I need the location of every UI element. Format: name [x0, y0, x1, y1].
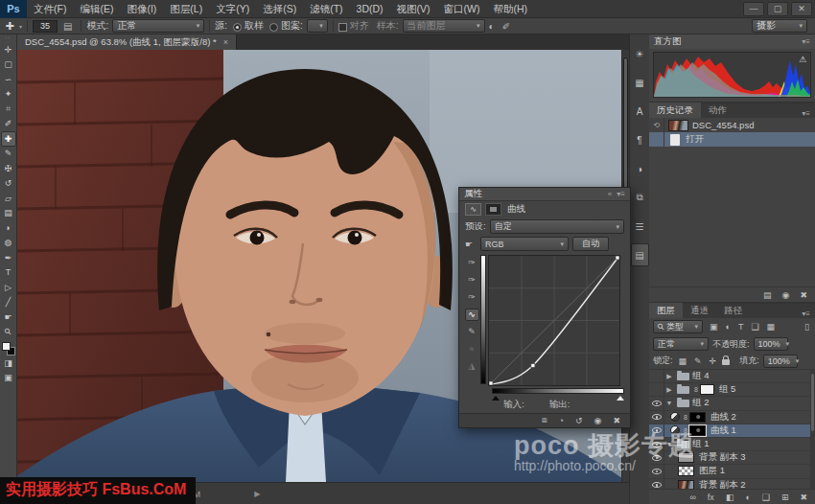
- toggle-brush-panel-icon[interactable]: ▤: [59, 21, 76, 32]
- tab-layers[interactable]: 图层: [649, 303, 683, 318]
- menu-item-5[interactable]: 选择(S): [256, 0, 303, 18]
- menu-item-4[interactable]: 文字(Y): [209, 0, 256, 18]
- tool-preset-arrow-icon[interactable]: ▾: [19, 23, 22, 30]
- tab-close-icon[interactable]: ×: [223, 37, 228, 47]
- layer-visibility-toggle[interactable]: [649, 397, 664, 409]
- new-layer-icon[interactable]: ⊞: [780, 493, 791, 502]
- path-selection-tool[interactable]: ▷: [1, 280, 16, 295]
- layer-row-背景-副本-3[interactable]: 背景 副本 3: [649, 451, 815, 465]
- layers-panel-menu-icon[interactable]: ▾≡: [802, 309, 815, 318]
- layer-visibility-toggle[interactable]: [649, 424, 664, 437]
- zoom-tool[interactable]: ⚲: [1, 325, 16, 340]
- history-panel-menu-icon[interactable]: ▾≡: [802, 109, 815, 118]
- menu-item-1[interactable]: 编辑(E): [73, 0, 120, 18]
- edit-points-icon[interactable]: ∿: [465, 309, 479, 321]
- paragraph-panel-icon[interactable]: ¶: [631, 128, 649, 151]
- clipping-preview-icon[interactable]: ◮: [465, 360, 479, 373]
- quick-selection-tool[interactable]: ✦: [1, 87, 16, 103]
- filter-pixel-icon[interactable]: ▣: [708, 322, 720, 332]
- curves-adjustment-icon[interactable]: ∿: [465, 203, 481, 216]
- layer-row-曲线-1[interactable]: 8曲线 1: [649, 424, 815, 438]
- brush-tool[interactable]: ✎: [1, 147, 16, 162]
- mask-link-icon[interactable]: 8: [684, 427, 687, 434]
- new-group-icon[interactable]: ❑: [760, 493, 772, 502]
- quick-mask-icon[interactable]: ◨: [1, 355, 16, 371]
- adjust-sliders-icon[interactable]: ☰: [631, 215, 649, 238]
- source-sample-radio[interactable]: [233, 23, 242, 32]
- layer-visibility-toggle[interactable]: [649, 451, 664, 464]
- layer-thumbnail[interactable]: [678, 480, 694, 489]
- layer-visibility-toggle[interactable]: [649, 411, 664, 424]
- adjustments-icon[interactable]: ☀: [631, 42, 649, 65]
- source-pattern-radio[interactable]: [269, 23, 278, 32]
- group-mask-thumbnail[interactable]: [700, 384, 714, 395]
- black-point-slider[interactable]: [492, 396, 500, 401]
- collapse-panel-icon[interactable]: «: [608, 190, 612, 198]
- history-state-1[interactable]: 打开: [649, 132, 815, 147]
- clone-source-icon[interactable]: ⧉: [631, 186, 649, 209]
- layer-mask-thumbnail[interactable]: [689, 425, 706, 436]
- healing-brush-icon[interactable]: ✚: [0, 20, 19, 33]
- layer-mask-thumbnail[interactable]: [689, 412, 706, 423]
- layer-styles-icon[interactable]: fx: [706, 493, 716, 502]
- delete-layer-icon[interactable]: ✖: [798, 493, 809, 502]
- layer-row-组-1[interactable]: ▼组 1: [649, 438, 815, 451]
- tab-actions[interactable]: 动作: [701, 103, 734, 118]
- reset-adjustment-icon[interactable]: ↺: [573, 416, 585, 425]
- adjustment-layer-icon[interactable]: [670, 425, 680, 435]
- new-adjustment-layer-icon[interactable]: ◐: [743, 493, 752, 502]
- auto-button[interactable]: 自动: [572, 237, 609, 251]
- blur-tool[interactable]: ◗: [1, 220, 16, 236]
- group-expander-icon[interactable]: ▼: [664, 400, 674, 406]
- document-tab[interactable]: DSC_4554.psd @ 63.8% (曲线 1, 图层蒙版/8) * ×: [17, 34, 237, 50]
- maximize-button[interactable]: ▢: [767, 2, 788, 16]
- pattern-picker[interactable]: ▾: [307, 19, 328, 33]
- preset-select[interactable]: 自定▾: [490, 219, 624, 234]
- layer-row-图层-1[interactable]: 图层 1: [649, 465, 815, 478]
- dodge-tool[interactable]: ◍: [1, 236, 16, 251]
- gray-point-eyedropper-icon[interactable]: ✑: [465, 274, 479, 286]
- filter-shape-icon[interactable]: ❑: [749, 322, 760, 332]
- group-expander-icon[interactable]: ▼: [664, 441, 674, 447]
- mask-link-icon[interactable]: 8: [694, 386, 698, 393]
- curve-grid[interactable]: [488, 255, 620, 386]
- channel-select[interactable]: RGB▾: [480, 237, 569, 251]
- tab-paths[interactable]: 路径: [716, 303, 750, 318]
- close-button[interactable]: ✕: [791, 2, 812, 16]
- layer-visibility-toggle[interactable]: [649, 438, 664, 450]
- properties-panel-icon[interactable]: ▤: [631, 243, 649, 266]
- filter-toggle-icon[interactable]: ▯: [803, 322, 811, 332]
- layer-row-组-2[interactable]: ▼组 2: [649, 397, 815, 410]
- histogram-refresh-warning-icon[interactable]: ⚠: [799, 55, 806, 64]
- layer-mask-icon[interactable]: [485, 203, 501, 216]
- history-state-0[interactable]: ⟲DSC_4554.psd: [649, 118, 815, 132]
- new-doc-from-state-icon[interactable]: ▤: [761, 290, 774, 300]
- filter-adjustment-icon[interactable]: ◐: [724, 322, 733, 332]
- tab-channels[interactable]: 通道: [683, 303, 716, 318]
- layer-visibility-toggle[interactable]: [649, 383, 664, 396]
- layer-row-背景-副本-2[interactable]: 背景 副本 2: [649, 479, 815, 490]
- foreground-color-swatch[interactable]: [2, 342, 11, 351]
- workspace-select[interactable]: 摄影▾: [752, 19, 807, 33]
- lasso-tool[interactable]: ∽: [1, 72, 16, 87]
- properties-menu-icon[interactable]: ▾≡: [617, 190, 625, 198]
- type-tool[interactable]: T: [1, 265, 16, 281]
- masks-panel-icon[interactable]: ◑: [631, 157, 649, 180]
- group-expander-icon[interactable]: ▶: [664, 373, 674, 380]
- filter-smart-icon[interactable]: ▦: [765, 322, 778, 332]
- new-snapshot-icon[interactable]: ◉: [780, 290, 792, 300]
- delete-adjustment-icon[interactable]: ✖: [611, 416, 622, 425]
- move-tool[interactable]: ✛: [1, 42, 16, 57]
- layer-thumbnail[interactable]: [678, 452, 694, 463]
- toolbar-grip[interactable]: ∙∙: [6, 34, 12, 42]
- menu-item-2[interactable]: 图像(I): [120, 0, 163, 18]
- group-expander-icon[interactable]: ▶: [664, 386, 674, 394]
- status-scroll-arrow-icon[interactable]: ▶: [254, 490, 260, 498]
- eyedropper-tool[interactable]: ✐: [1, 117, 16, 132]
- shape-tool[interactable]: ╱: [1, 295, 16, 310]
- mode-select[interactable]: 正常▾: [112, 19, 204, 33]
- smooth-icon[interactable]: ≈: [465, 343, 479, 355]
- ignore-adjustment-layers-icon[interactable]: ◐: [485, 21, 499, 32]
- lock-all-icon[interactable]: [722, 359, 730, 365]
- menu-item-7[interactable]: 3D(D): [350, 0, 390, 18]
